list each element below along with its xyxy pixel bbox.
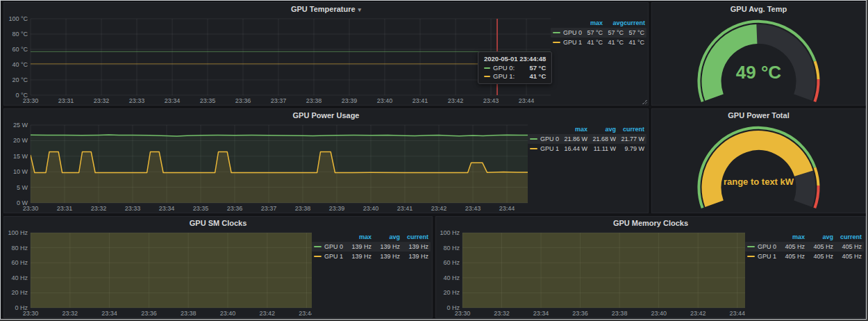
legend-series-toggle[interactable]: GPU 1 [747,253,776,260]
panel-title-text: GPU Temperature [291,5,356,13]
memory-clocks-chart[interactable]: 0 Hz20 Hz40 Hz60 Hz80 Hz100 Hz23:3023:32… [437,229,745,318]
legend-header: max [559,126,587,133]
series-fills [31,229,312,308]
svg-text:23:35: 23:35 [193,205,209,212]
svg-text:23:34: 23:34 [101,310,117,317]
legend-value: 9.79 W [616,145,644,152]
gauge-value: 49 °C [736,62,782,83]
svg-text:60 °C: 60 °C [12,46,28,53]
panel-title-text: GPU Avg. Temp [731,5,787,13]
svg-text:23:41: 23:41 [397,205,413,212]
legend-value: 16.44 W [559,145,587,152]
svg-text:23:40: 23:40 [651,310,667,317]
svg-text:40 Hz: 40 Hz [443,274,460,281]
y-axis-labels: 0 W5 W10 W15 W20 W25 W [13,122,28,206]
legend-header: avg [587,126,616,133]
legend-header: current [833,233,862,240]
series-color-dash [484,76,490,77]
panel-title-gpu-power-usage[interactable]: GPU Power Usage [4,111,648,120]
legend-header: avg [372,233,400,240]
panel-title-text: GPU SM Clocks [190,219,247,227]
svg-text:23:32: 23:32 [62,310,78,317]
legend-value: 21.68 W [587,135,616,142]
panel-title-gpu-power-total[interactable]: GPU Power Total [652,111,865,120]
panel-title-gpu-temperature[interactable]: GPU Temperature▾ [4,5,648,13]
svg-text:23:44: 23:44 [729,310,745,317]
series-color-dash [530,148,537,149]
panel-gpu-avg-temp: GPU Avg. Temp 49 °C [651,2,866,106]
legend-value: 405 Hz [833,253,862,260]
legend-series-toggle[interactable]: GPU 1 [553,39,582,46]
legend-value: 405 Hz [776,253,805,260]
legend-row: GPU 141 °C41 °C41 °C [551,38,646,47]
y-axis-labels: 0 Hz20 Hz40 Hz60 Hz80 Hz100 Hz [440,229,460,311]
svg-text:23:39: 23:39 [342,97,358,104]
legend-row: GPU 021.86 W21.68 W21.77 W [528,134,646,144]
svg-text:23:42: 23:42 [690,310,706,317]
svg-text:20 °C: 20 °C [12,76,28,83]
legend-value: 405 Hz [833,243,862,250]
legend-header-row: maxavgcurrent [551,18,646,28]
panel-title-text: GPU Memory Clocks [613,219,688,227]
panel-title-gpu-sm-clocks[interactable]: GPU SM Clocks [4,219,432,227]
panel-resize-handle[interactable] [642,99,647,104]
svg-text:100 °C: 100 °C [8,15,28,22]
legend-series-toggle[interactable]: GPU 0 [747,243,776,250]
svg-text:23:34: 23:34 [165,97,181,104]
grafana-dashboard: GPU Temperature▾ 0 °C20 °C40 °C60 °C80 °… [0,0,867,320]
sm-clocks-chart[interactable]: 0 Hz20 Hz40 Hz60 Hz80 Hz100 Hz23:3023:32… [6,229,312,318]
legend-series-toggle[interactable]: GPU 1 [530,145,559,152]
y-axis-labels: 0 Hz20 Hz40 Hz60 Hz80 Hz100 Hz [8,229,28,311]
series-color-dash [553,42,560,43]
legend-series-toggle[interactable]: GPU 0 [553,29,582,36]
power-usage-chart[interactable]: 0 W5 W10 W15 W20 W25 W23:3023:3123:3223:… [6,121,528,213]
svg-text:23:41: 23:41 [412,97,428,104]
svg-text:23:42: 23:42 [448,97,464,104]
legend-header: max [776,233,805,240]
legend-header: current [616,126,644,133]
series-color-dash [747,246,755,247]
svg-text:23:36: 23:36 [235,97,251,104]
panel-title-gpu-avg-temp[interactable]: GPU Avg. Temp [652,5,865,13]
gauge-threshold-segment [815,167,819,186]
legend-value: 139 Hz [400,253,428,260]
panel-gpu-memory-clocks: GPU Memory Clocks 0 Hz20 Hz40 Hz60 Hz80 … [435,216,866,318]
series-color-dash [484,67,490,69]
svg-text:23:35: 23:35 [200,97,216,104]
svg-text:23:36: 23:36 [227,205,243,212]
panel-title-gpu-memory-clocks[interactable]: GPU Memory Clocks [436,219,865,227]
series-color-dash [530,138,537,140]
legend-value: 139 Hz [400,243,428,250]
temperature-chart[interactable]: 0 °C20 °C40 °C60 °C80 °C100 °C23:3023:31… [6,15,551,106]
legend-value: 21.77 W [616,135,644,142]
panel-title-text: GPU Power Usage [293,111,360,120]
legend-header: max [582,19,603,26]
legend-header: avg [805,233,833,240]
legend-value: 41 °C [624,39,644,46]
legend-series-toggle[interactable]: GPU 1 [314,253,343,260]
svg-text:23:40: 23:40 [220,310,236,317]
series-fills [462,229,745,308]
series-color-dash [747,256,755,257]
svg-text:20 W: 20 W [13,137,28,144]
svg-text:100 Hz: 100 Hz [8,229,28,236]
legend-value: 57 °C [582,29,603,36]
legend-header: avg [603,19,624,26]
x-axis-labels: 23:3023:3123:3223:3323:3423:3523:3623:37… [23,97,535,104]
legend-header-row: maxavgcurrent [745,232,864,242]
legend-series-toggle[interactable]: GPU 0 [314,243,343,250]
svg-text:100 Hz: 100 Hz [440,229,460,236]
grid-lines [31,19,551,95]
svg-text:23:30: 23:30 [23,97,39,104]
legend-series-toggle[interactable]: GPU 0 [530,135,559,142]
svg-text:25 W: 25 W [13,122,28,129]
legend-value: 21.86 W [559,135,587,142]
svg-text:60 Hz: 60 Hz [11,259,28,266]
gauge-value: range to text kW [724,176,794,187]
y-axis-labels: 0 °C20 °C40 °C60 °C80 °C100 °C [8,15,28,99]
svg-text:80 Hz: 80 Hz [11,245,28,252]
svg-text:23:33: 23:33 [129,97,145,104]
svg-text:20 Hz: 20 Hz [443,289,460,296]
svg-text:23:32: 23:32 [494,310,510,317]
avg-temp-gauge: 49 °C [653,14,865,106]
